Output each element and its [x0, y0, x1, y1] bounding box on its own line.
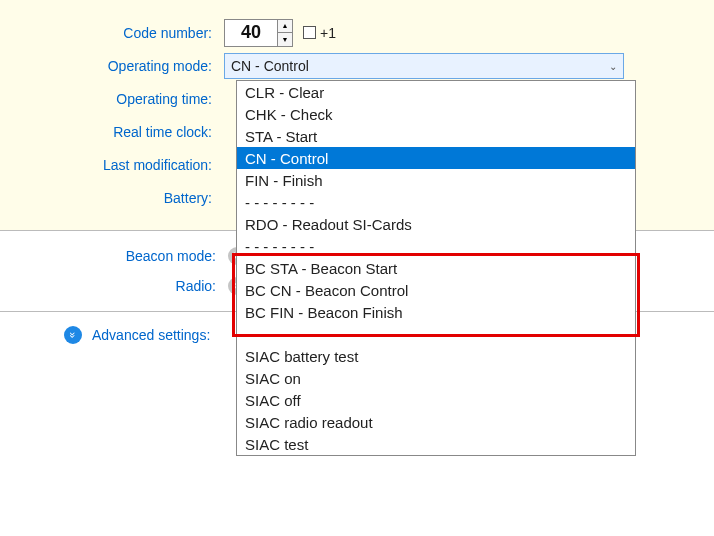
code-number-spinner[interactable]: ▲ ▼ [277, 19, 293, 47]
plus-one-label: +1 [320, 25, 336, 41]
dropdown-option[interactable]: CN - Control [237, 147, 635, 169]
operating-mode-select[interactable]: CN - Control ⌄ [224, 53, 624, 79]
label-advanced-settings: Advanced settings: [92, 327, 210, 343]
dropdown-option[interactable]: - - - - - - - - [237, 235, 635, 257]
plus-one-checkbox[interactable] [303, 26, 316, 39]
label-real-time-clock: Real time clock: [24, 124, 224, 140]
dropdown-option[interactable]: - - - - - - - - [237, 191, 635, 213]
dropdown-option[interactable]: STA - Start [237, 125, 635, 147]
dropdown-option[interactable]: SIAC battery test [237, 345, 635, 367]
dropdown-option[interactable]: FIN - Finish [237, 169, 635, 191]
dropdown-option[interactable]: SIAC test [237, 433, 635, 455]
spinner-down[interactable]: ▼ [278, 33, 292, 46]
spinner-up[interactable]: ▲ [278, 20, 292, 34]
dropdown-option[interactable]: SIAC radio readout [237, 411, 635, 433]
dropdown-option[interactable]: BC FIN - Beacon Finish [237, 301, 635, 323]
dropdown-option[interactable]: SIAC off [237, 389, 635, 411]
dropdown-option[interactable]: BC STA - Beacon Start [237, 257, 635, 279]
label-last-modification: Last modification: [24, 157, 224, 173]
label-beacon-mode: Beacon mode: [24, 248, 224, 264]
chevron-icon[interactable]: » [64, 326, 82, 344]
label-battery: Battery: [24, 190, 224, 206]
dropdown-option[interactable]: RDO - Readout SI-Cards [237, 213, 635, 235]
label-radio: Radio: [24, 278, 224, 294]
dropdown-option[interactable]: CHK - Check [237, 103, 635, 125]
dropdown-option[interactable]: CLR - Clear [237, 81, 635, 103]
code-number-input[interactable]: 40 [224, 19, 278, 47]
label-operating-time: Operating time: [24, 91, 224, 107]
label-code-number: Code number: [24, 25, 224, 41]
operating-mode-selected: CN - Control [231, 58, 309, 74]
dropdown-option[interactable]: SIAC on [237, 367, 635, 389]
chevron-down-icon: ⌄ [609, 60, 617, 71]
dropdown-option[interactable]: BC CN - Beacon Control [237, 279, 635, 301]
dropdown-option[interactable]: - - - - - - - - [237, 323, 635, 345]
label-operating-mode: Operating mode: [24, 58, 224, 74]
operating-mode-dropdown[interactable]: CLR - ClearCHK - CheckSTA - StartCN - Co… [236, 80, 636, 456]
